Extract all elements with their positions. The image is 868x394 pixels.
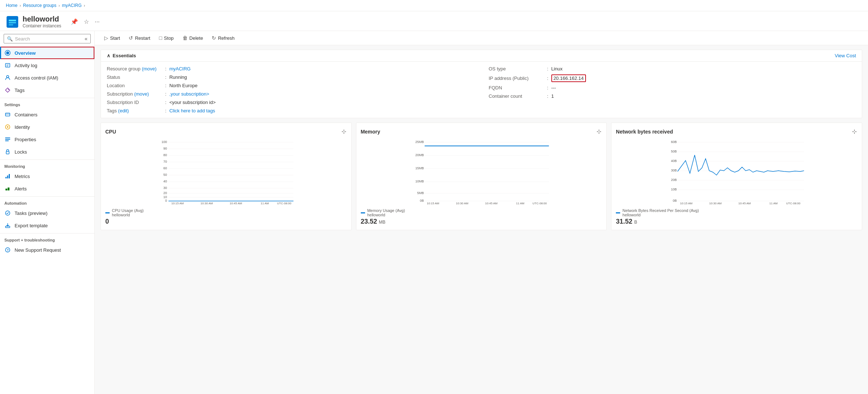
favorite-button[interactable]: ☆ bbox=[82, 17, 90, 27]
collapse-button[interactable]: « bbox=[85, 36, 87, 42]
essentials-value-sub-id: <your subscription id> bbox=[169, 100, 216, 105]
sidebar-item-locks[interactable]: Locks bbox=[0, 146, 94, 158]
svg-text:10:30 AM: 10:30 AM bbox=[709, 202, 722, 204]
svg-text:10: 10 bbox=[163, 195, 167, 199]
essentials-key-location: Location bbox=[107, 83, 165, 88]
sidebar-item-activity-log[interactable]: Activity log bbox=[0, 59, 94, 72]
stop-label: Stop bbox=[164, 35, 174, 41]
monitoring-section-header: Monitoring bbox=[0, 159, 94, 170]
content-area: ▷ Start ↺ Restart □ Stop 🗑 Delete ↻ Refr… bbox=[95, 31, 868, 394]
sidebar-item-metrics[interactable]: Metrics bbox=[0, 170, 94, 182]
delete-button[interactable]: 🗑 Delete bbox=[179, 33, 207, 43]
refresh-label: Refresh bbox=[218, 35, 235, 41]
refresh-button[interactable]: ↻ Refresh bbox=[208, 33, 238, 43]
main-layout: 🔍 « Overview Activity log bbox=[0, 31, 868, 394]
support-icon: ? bbox=[4, 247, 11, 253]
memory-chart-value: 23.52 MB bbox=[361, 218, 602, 225]
start-label: Start bbox=[110, 35, 120, 41]
alerts-icon bbox=[4, 185, 11, 192]
sidebar: 🔍 « Overview Activity log bbox=[0, 31, 95, 394]
search-input[interactable] bbox=[15, 36, 82, 42]
svg-rect-3 bbox=[9, 24, 13, 26]
locks-icon bbox=[4, 148, 11, 155]
toolbar: ▷ Start ↺ Restart □ Stop 🗑 Delete ↻ Refr… bbox=[95, 31, 868, 45]
properties-icon bbox=[4, 136, 11, 143]
cpu-legend-label: CPU Usage (Avg) bbox=[112, 208, 144, 213]
essentials-key-subscription: Subscription (move) bbox=[107, 91, 165, 97]
move-link-rg[interactable]: (move) bbox=[142, 66, 156, 72]
essentials-value-subscription[interactable]: ,your subscription> bbox=[169, 91, 209, 97]
restart-button[interactable]: ↺ Restart bbox=[125, 33, 154, 43]
pin-button[interactable]: 📌 bbox=[69, 17, 79, 27]
stop-button[interactable]: □ Stop bbox=[155, 33, 177, 43]
cpu-chart-area: 100 90 80 70 60 50 40 30 20 10 0 bbox=[105, 139, 347, 205]
sidebar-item-export-template[interactable]: Export template bbox=[0, 219, 94, 232]
svg-point-9 bbox=[7, 76, 9, 78]
network-pin-button[interactable]: ⊹ bbox=[851, 127, 857, 136]
essentials-row-status: Status : Running bbox=[107, 74, 474, 80]
essentials-key-status: Status bbox=[107, 74, 165, 80]
export-icon bbox=[4, 222, 11, 229]
breadcrumb-myacirg[interactable]: myACIRG bbox=[62, 3, 82, 8]
essentials-value-os: Linux bbox=[551, 66, 563, 72]
essentials-key-rg: Resource group (move) bbox=[107, 66, 165, 72]
svg-text:10:15 AM: 10:15 AM bbox=[171, 202, 184, 204]
svg-text:0B: 0B bbox=[420, 199, 424, 202]
move-link-sub[interactable]: (move) bbox=[134, 91, 149, 97]
sidebar-label-metrics: Metrics bbox=[15, 174, 30, 179]
essentials-value-ip: 20.166.162.14 bbox=[551, 74, 586, 82]
start-button[interactable]: ▷ Start bbox=[101, 33, 124, 43]
sidebar-item-overview[interactable]: Overview bbox=[0, 47, 94, 59]
activity-icon bbox=[4, 62, 11, 69]
memory-pin-button[interactable]: ⊹ bbox=[596, 127, 602, 136]
automation-section-header: Automation bbox=[0, 196, 94, 207]
network-legend-color bbox=[616, 212, 620, 213]
essentials-value-tags[interactable]: Click here to add tags bbox=[169, 108, 215, 113]
sidebar-label-locks: Locks bbox=[15, 149, 27, 155]
essentials-title-text: Essentials bbox=[113, 53, 136, 58]
essentials-key-container-count: Container count bbox=[489, 93, 547, 99]
sidebar-item-access-control[interactable]: Access control (IAM) bbox=[0, 72, 94, 84]
sidebar-item-identity[interactable]: Identity bbox=[0, 121, 94, 133]
breadcrumb-resource-groups[interactable]: Resource groups bbox=[23, 3, 56, 8]
iam-icon bbox=[4, 74, 11, 81]
svg-rect-19 bbox=[5, 177, 7, 178]
essentials-row-sub-id: Subscription ID : <your subscription id> bbox=[107, 100, 474, 105]
essentials-value-rg[interactable]: myACIRG bbox=[169, 66, 191, 72]
edit-tags-link[interactable]: (edit) bbox=[118, 108, 129, 113]
memory-legend-color bbox=[361, 212, 365, 213]
breadcrumb-home[interactable]: Home bbox=[6, 3, 17, 8]
sidebar-label-containers: Containers bbox=[15, 112, 38, 117]
cpu-pin-button[interactable]: ⊹ bbox=[341, 127, 347, 136]
more-button[interactable]: ··· bbox=[93, 17, 101, 27]
essentials-body: Resource group (move) : myACIRG Status :… bbox=[101, 62, 862, 118]
sidebar-label-identity: Identity bbox=[15, 124, 30, 130]
svg-text:10:15 AM: 10:15 AM bbox=[427, 202, 439, 204]
network-chart-area: 60B 50B 40B 30B 20B 10B 0B bbox=[616, 139, 857, 205]
sidebar-item-alerts[interactable]: Alerts bbox=[0, 182, 94, 195]
sidebar-item-containers[interactable]: Containers bbox=[0, 108, 94, 121]
sidebar-item-tags[interactable]: Tags bbox=[0, 84, 94, 96]
svg-text:11 AM: 11 AM bbox=[516, 202, 524, 204]
memory-legend-sub: helloworld bbox=[367, 213, 405, 217]
svg-text:60: 60 bbox=[163, 166, 167, 170]
sidebar-item-tasks[interactable]: Tasks (preview) bbox=[0, 207, 94, 219]
support-section-header: Support + troubleshooting bbox=[0, 233, 94, 244]
svg-text:10:45 AM: 10:45 AM bbox=[739, 202, 751, 204]
svg-text:10MB: 10MB bbox=[415, 179, 424, 183]
resource-title-area: helloworld Container instances bbox=[23, 15, 61, 28]
essentials-header: ∧ Essentials View Cost bbox=[101, 50, 862, 62]
memory-legend-label: Memory Usage (Avg) bbox=[367, 208, 405, 213]
breadcrumb-sep-3: › bbox=[84, 4, 85, 8]
sidebar-item-new-support[interactable]: ? New Support Request bbox=[0, 244, 94, 256]
essentials-row-os: OS type : Linux bbox=[489, 66, 856, 72]
memory-chart-area: 25MB 20MB 15MB 10MB 5MB 0B bbox=[361, 139, 602, 205]
cpu-chart-title: CPU bbox=[105, 129, 116, 135]
sidebar-item-properties[interactable]: Properties bbox=[0, 133, 94, 146]
svg-text:0B: 0B bbox=[673, 199, 677, 202]
essentials-row-ip: IP address (Public) : 20.166.162.14 bbox=[489, 74, 856, 82]
essentials-row-tags: Tags (edit) : Click here to add tags bbox=[107, 108, 474, 113]
memory-chart-card: Memory ⊹ 25MB 20MB 15MB 10MB 5MB 0B bbox=[356, 123, 607, 230]
view-cost-link[interactable]: View Cost bbox=[835, 53, 856, 58]
svg-rect-11 bbox=[5, 113, 10, 116]
